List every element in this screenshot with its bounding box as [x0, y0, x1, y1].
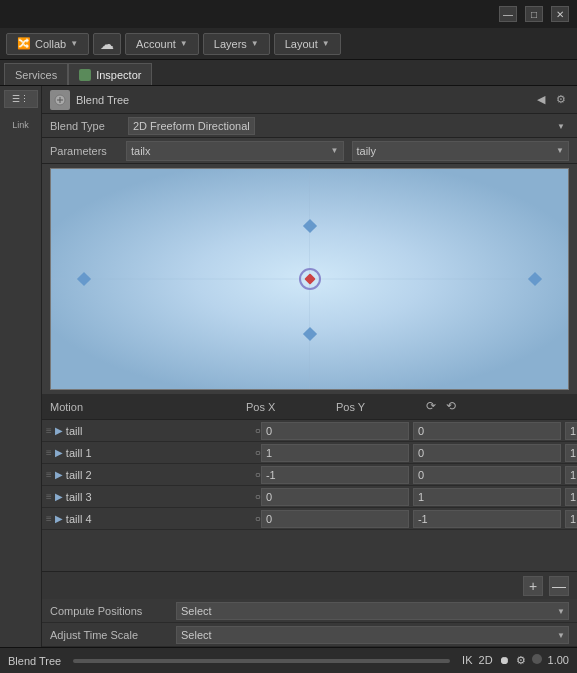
menu-dots-icon: ⋮	[20, 94, 29, 104]
add-motion-button[interactable]: +	[523, 576, 543, 596]
col-posy-header: Pos Y	[336, 401, 426, 413]
motion-name: taill 3	[66, 491, 92, 503]
menu-icon: ☰	[12, 94, 20, 104]
param1-value: tailx	[131, 145, 151, 157]
adjust-timescale-row: Adjust Time Scale Select	[42, 623, 577, 647]
status-mode: IK 2D ⏺ ⚙ 1.00	[462, 654, 569, 667]
file-icon: ▶	[55, 513, 63, 524]
col-motion-header: Motion	[46, 401, 246, 413]
layout-button[interactable]: Layout ▼	[274, 33, 341, 55]
posx-input[interactable]	[261, 444, 409, 462]
compute-positions-row: Compute Positions Select	[42, 599, 577, 623]
blend-type-select-wrapper: 2D Freeform Directional	[128, 117, 569, 135]
posy-input[interactable]	[413, 510, 561, 528]
layers-arrow-icon: ▼	[251, 39, 259, 48]
cloud-button[interactable]: ☁	[93, 33, 121, 55]
status-dot	[532, 654, 542, 664]
blend-tree-icon	[50, 90, 70, 110]
collab-button[interactable]: 🔀 Collab ▼	[6, 33, 89, 55]
table-row[interactable]: ≡ ▶ taill 4 ○	[42, 508, 577, 530]
settings-button[interactable]: ⚙	[553, 92, 569, 108]
blend-diagram[interactable]	[50, 168, 569, 390]
services-label: Services	[15, 69, 57, 81]
account-arrow-icon: ▼	[180, 39, 188, 48]
posy-input[interactable]	[413, 422, 561, 440]
motion-rows-container: ≡ ▶ taill ○ ≡ ▶ taill 1 ○ ≡ ▶	[42, 420, 577, 530]
drag-handle-icon: ≡	[46, 513, 52, 524]
param1-select[interactable]: tailx ▼	[126, 141, 344, 161]
posx-input[interactable]	[261, 488, 409, 506]
top-toolbar: 🔀 Collab ▼ ☁ Account ▼ Layers ▼ Layout ▼	[0, 28, 577, 60]
table-row[interactable]: ≡ ▶ taill ○	[42, 420, 577, 442]
posy-input[interactable]	[413, 444, 561, 462]
compute-positions-select-wrapper: Select	[176, 602, 569, 620]
mirror-icon[interactable]: ⟳	[426, 399, 442, 415]
last-input[interactable]	[565, 510, 577, 528]
table-row[interactable]: ≡ ▶ taill 3 ○	[42, 486, 577, 508]
motion-name-cell: ▶ taill 3	[55, 491, 255, 503]
account-button[interactable]: Account ▼	[125, 33, 199, 55]
account-label: Account	[136, 38, 176, 50]
drag-handle-icon: ≡	[46, 491, 52, 502]
parameters-row: Parameters tailx ▼ taily ▼	[42, 138, 577, 164]
motion-table: Motion Pos X Pos Y ⟳ ⟲ ≡ ▶ taill ○ ≡	[42, 394, 577, 571]
table-row[interactable]: ≡ ▶ taill 1 ○	[42, 442, 577, 464]
motion-name: taill	[66, 425, 83, 437]
compute-positions-label: Compute Positions	[50, 605, 170, 617]
drag-handle-icon: ≡	[46, 425, 52, 436]
adjust-timescale-select-wrapper: Select	[176, 626, 569, 644]
minimize-button[interactable]: —	[499, 6, 517, 22]
motion-actions: + —	[42, 571, 577, 599]
menu-button[interactable]: ☰ ⋮	[4, 90, 38, 108]
param2-select[interactable]: taily ▼	[352, 141, 570, 161]
blend-tree-svg	[53, 93, 67, 107]
settings-icon: ⚙	[516, 654, 526, 667]
last-input[interactable]	[565, 488, 577, 506]
tab-services[interactable]: Services	[4, 63, 68, 85]
main-panel: ☰ ⋮ Link Blend Tree ◀ ⚙ Blend	[0, 86, 577, 647]
tab-inspector[interactable]: Inspector	[68, 63, 152, 85]
last-input[interactable]	[565, 444, 577, 462]
file-icon: ▶	[55, 447, 63, 458]
last-input[interactable]	[565, 466, 577, 484]
blend-type-select[interactable]: 2D Freeform Directional	[128, 117, 255, 135]
motion-name-cell: ▶ taill 1	[55, 447, 255, 459]
inspector-header: Blend Tree ◀ ⚙	[42, 86, 577, 114]
compute-positions-select[interactable]: Select	[176, 602, 569, 620]
table-row[interactable]: ≡ ▶ taill 2 ○	[42, 464, 577, 486]
inspector-tab-icon	[79, 69, 91, 81]
status-progress-bar	[73, 659, 450, 663]
close-button[interactable]: ✕	[551, 6, 569, 22]
cycle-icon[interactable]: ⟲	[446, 399, 462, 415]
title-bar: — □ ✕	[0, 0, 577, 28]
drag-handle-icon: ≡	[46, 447, 52, 458]
collapse-button[interactable]: ◀	[533, 92, 549, 108]
drag-handle-icon: ≡	[46, 469, 52, 480]
posx-input[interactable]	[261, 422, 409, 440]
parameters-label: Parameters	[50, 145, 122, 157]
layers-button[interactable]: Layers ▼	[203, 33, 270, 55]
inspector-label: Inspector	[96, 69, 141, 81]
remove-motion-button[interactable]: —	[549, 576, 569, 596]
blend-type-label: Blend Type	[50, 120, 122, 132]
col-posx-header: Pos X	[246, 401, 336, 413]
status-blend-tree: Blend Tree	[8, 655, 61, 667]
posy-input[interactable]	[413, 488, 561, 506]
posx-input[interactable]	[261, 466, 409, 484]
posx-input[interactable]	[261, 510, 409, 528]
adjust-timescale-select[interactable]: Select	[176, 626, 569, 644]
param2-arrow-icon: ▼	[556, 146, 564, 155]
maximize-button[interactable]: □	[525, 6, 543, 22]
adjust-timescale-label: Adjust Time Scale	[50, 629, 170, 641]
link-button[interactable]: Link	[4, 113, 38, 137]
file-icon: ▶	[55, 491, 63, 502]
layers-label: Layers	[214, 38, 247, 50]
motion-name: taill 4	[66, 513, 92, 525]
param2-value: taily	[357, 145, 377, 157]
left-sidebar: ☰ ⋮ Link	[0, 86, 42, 647]
param1-arrow-icon: ▼	[331, 146, 339, 155]
posy-input[interactable]	[413, 466, 561, 484]
last-input[interactable]	[565, 422, 577, 440]
motion-name-cell: ▶ taill 4	[55, 513, 255, 525]
col-icons: ⟳ ⟲	[426, 399, 462, 415]
